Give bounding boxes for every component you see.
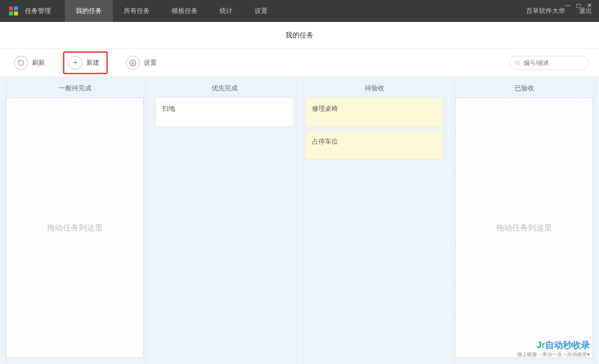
lane-title: 待验收 bbox=[305, 77, 443, 98]
app-brand: 任务管理 bbox=[25, 6, 51, 15]
close-icon[interactable]: ✕ bbox=[586, 2, 593, 9]
refresh-button[interactable]: 刷新 bbox=[10, 53, 49, 73]
lane-title: 优先完成 bbox=[156, 77, 294, 98]
search-icon bbox=[515, 60, 521, 66]
svg-point-0 bbox=[132, 62, 134, 64]
new-button-highlight: ＋ 新建 bbox=[63, 51, 108, 74]
task-card[interactable]: 修理桌椅 bbox=[305, 98, 443, 127]
toolbar: 刷新 ＋ 新建 设置 bbox=[0, 49, 599, 77]
search-input[interactable] bbox=[524, 59, 584, 66]
lane-accepted: 已验收 拖动任务到这里 bbox=[450, 77, 598, 364]
lane-cards[interactable]: 修理桌椅 占停车位 bbox=[305, 98, 443, 358]
gear-icon bbox=[126, 56, 140, 70]
dropzone-hint: 拖动任务到这里 bbox=[47, 223, 103, 233]
refresh-icon bbox=[14, 56, 28, 70]
nav-stats[interactable]: 统计 bbox=[209, 0, 244, 22]
dropzone-hint: 拖动任务到这里 bbox=[496, 223, 552, 233]
refresh-label: 刷新 bbox=[32, 58, 45, 67]
task-card[interactable]: 扫地 bbox=[156, 98, 294, 127]
lane-dropzone[interactable]: 拖动任务到这里 bbox=[455, 98, 593, 358]
task-card-text: 扫地 bbox=[162, 105, 175, 112]
lane-general-pending: 一般待完成 拖动任务到这里 bbox=[1, 77, 149, 364]
lane-title: 已验收 bbox=[455, 77, 593, 98]
nav-template-tasks[interactable]: 模板任务 bbox=[161, 0, 209, 22]
nav-items: 我的任务 所有任务 模板任务 统计 设置 bbox=[65, 0, 279, 22]
nav-all-tasks[interactable]: 所有任务 bbox=[113, 0, 161, 22]
svg-point-1 bbox=[516, 61, 519, 64]
lane-cards[interactable]: 扫地 bbox=[156, 98, 294, 358]
task-card[interactable]: 占停车位 bbox=[305, 131, 443, 160]
settings-label: 设置 bbox=[144, 58, 157, 67]
lane-dropzone[interactable]: 拖动任务到这里 bbox=[6, 98, 144, 358]
window-controls: — ◻ ✕ bbox=[564, 2, 593, 9]
page-title: 我的任务 bbox=[286, 31, 313, 40]
maximize-icon[interactable]: ◻ bbox=[575, 2, 582, 9]
task-card-text: 占停车位 bbox=[312, 138, 338, 145]
search-wrap bbox=[509, 56, 589, 70]
plus-icon: ＋ bbox=[68, 56, 82, 70]
new-button[interactable]: ＋ 新建 bbox=[68, 56, 99, 70]
minimize-icon[interactable]: — bbox=[564, 2, 571, 9]
settings-button[interactable]: 设置 bbox=[122, 53, 161, 73]
lane-pending-acceptance: 待验收 修理桌椅 占停车位 bbox=[300, 77, 448, 364]
new-label: 新建 bbox=[86, 58, 99, 67]
lane-title: 一般待完成 bbox=[6, 77, 144, 98]
app-logo-icon bbox=[9, 6, 18, 15]
page-title-bar: 我的任务 bbox=[0, 22, 599, 49]
task-card-text: 修理桌椅 bbox=[312, 105, 338, 112]
svg-line-2 bbox=[519, 64, 520, 65]
search-box[interactable] bbox=[509, 56, 589, 70]
lane-priority: 优先完成 扫地 bbox=[151, 77, 299, 364]
nav-settings[interactable]: 设置 bbox=[244, 0, 279, 22]
nav-my-tasks[interactable]: 我的任务 bbox=[65, 0, 113, 22]
kanban-board: 一般待完成 拖动任务到这里 优先完成 扫地 待验收 修理桌椅 占停车位 已验收 … bbox=[0, 77, 599, 364]
topbar: 任务管理 我的任务 所有任务 模板任务 统计 设置 百草软件大华 退出 — ◻ … bbox=[0, 0, 599, 22]
